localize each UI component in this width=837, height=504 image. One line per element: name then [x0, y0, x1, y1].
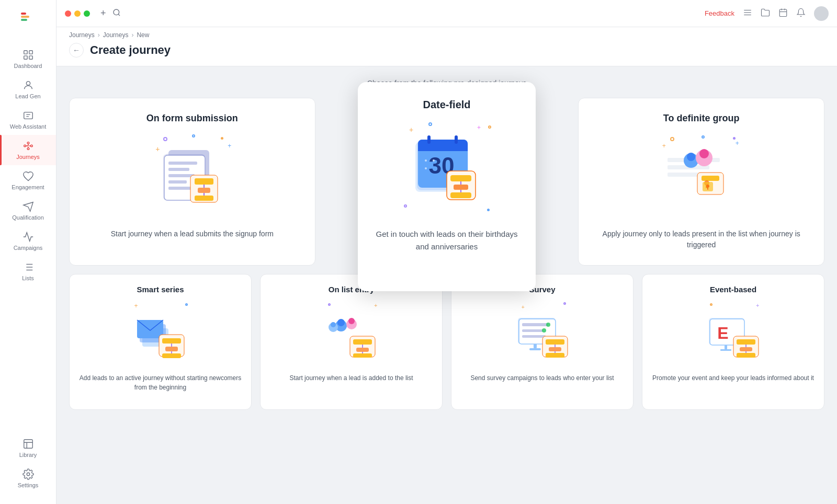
svg-rect-35: [168, 162, 197, 165]
card-to-definite-group[interactable]: To definite group + +: [578, 98, 824, 266]
svg-point-103: [546, 323, 550, 327]
svg-rect-111: [534, 344, 537, 348]
add-button[interactable]: +: [100, 8, 106, 19]
svg-rect-27: [779, 9, 787, 17]
window-min-btn[interactable]: [74, 10, 81, 17]
dot-2: [192, 134, 195, 138]
svg-rect-39: [168, 187, 192, 190]
breadcrumb-journeys-2[interactable]: Journeys: [103, 31, 129, 39]
bell-icon[interactable]: [796, 8, 806, 19]
card-icon-date: + +: [400, 121, 494, 215]
topbar-right: Feedback: [705, 6, 829, 21]
form-illustration: [158, 145, 226, 208]
sidebar-item-library[interactable]: Library: [0, 433, 56, 463]
sidebar-label-dashboard: Dashboard: [14, 63, 42, 69]
page-title-row: ← Create journey: [69, 43, 824, 58]
card-desc-date: Get in touch with leads on their birthda…: [372, 228, 521, 253]
svg-rect-6: [29, 56, 32, 59]
breadcrumb-sep-1: ›: [98, 31, 100, 39]
svg-point-21: [27, 473, 30, 476]
window-controls: [65, 10, 90, 17]
window-close-btn[interactable]: [65, 10, 71, 17]
window-max-btn[interactable]: [84, 10, 90, 17]
back-button[interactable]: ←: [69, 43, 84, 58]
sidebar-item-journeys[interactable]: Journeys: [0, 135, 56, 165]
svg-rect-108: [546, 353, 564, 358]
plus-1: +: [155, 145, 160, 153]
sidebar-item-lists[interactable]: Lists: [0, 256, 56, 287]
svg-marker-13: [23, 202, 32, 211]
main-area: + Feedback Journeys › Jo: [56, 0, 837, 504]
dot-d2: [488, 125, 491, 129]
sidebar-item-webassistant[interactable]: Web Assistant: [0, 105, 56, 135]
card-event-based[interactable]: Event-based + E: [642, 274, 824, 410]
plus-g1: +: [662, 142, 666, 150]
folder-icon[interactable]: [761, 8, 770, 19]
plus-d1: +: [409, 125, 413, 134]
calendar-icon[interactable]: [778, 8, 788, 19]
sidebar-label-lists: Lists: [22, 275, 34, 281]
card-title-event: Event-based: [710, 285, 756, 294]
svg-point-89: [348, 318, 355, 324]
svg-rect-43: [195, 196, 213, 201]
search-icon[interactable]: [112, 8, 121, 19]
logo: [19, 10, 38, 31]
svg-rect-100: [522, 323, 548, 326]
svg-point-91: [331, 322, 336, 327]
sidebar-item-dashboard[interactable]: Dashboard: [0, 44, 56, 74]
svg-rect-38: [168, 180, 187, 184]
card-title-smart: Smart series: [137, 285, 184, 294]
card-title-group: To definite group: [663, 113, 740, 124]
svg-rect-4: [29, 51, 32, 54]
date-illustration: 30: [408, 129, 486, 208]
sidebar-label-settings: Settings: [18, 482, 39, 488]
svg-point-87: [337, 319, 345, 326]
card-smart-series[interactable]: Smart series +: [69, 274, 252, 410]
svg-rect-5: [24, 56, 27, 59]
sidebar-item-leadgen[interactable]: Lead Gen: [0, 74, 56, 105]
plus-d2: +: [477, 124, 481, 131]
event-illustration: E: [705, 307, 762, 360]
svg-point-52: [699, 149, 709, 158]
card-on-form-submission[interactable]: On form submission + +: [69, 98, 315, 266]
card-on-list-entry[interactable]: On list entry +: [260, 274, 443, 410]
svg-point-75: [433, 159, 435, 162]
svg-rect-65: [427, 135, 431, 144]
avatar[interactable]: [814, 6, 829, 21]
svg-rect-119: [737, 339, 755, 345]
feedback-link[interactable]: Feedback: [705, 9, 734, 17]
svg-point-22: [114, 9, 119, 15]
svg-rect-116: [725, 345, 727, 349]
plus-2: +: [228, 142, 231, 150]
card-survey[interactable]: Survey +: [451, 274, 634, 410]
svg-rect-2: [21, 19, 27, 21]
svg-rect-71: [450, 192, 471, 198]
svg-point-104: [542, 328, 546, 333]
plus-g2: +: [736, 140, 739, 147]
content: Choose from the following pre-designed j…: [56, 66, 837, 504]
svg-rect-95: [353, 353, 372, 358]
svg-rect-54: [702, 176, 719, 181]
svg-text:E: E: [717, 324, 728, 342]
svg-rect-66: [455, 135, 458, 144]
svg-rect-94: [356, 348, 369, 352]
top-cards-wrapper: On form submission + +: [69, 98, 824, 266]
sidebar-item-settings[interactable]: Settings: [0, 463, 56, 494]
svg-point-11: [30, 145, 32, 147]
card-title-date: Date-field: [423, 99, 470, 111]
svg-point-50: [687, 153, 695, 161]
svg-rect-82: [165, 347, 178, 351]
card-icon-smart: +: [129, 302, 192, 365]
card-date-field-featured[interactable]: Date-field + +: [358, 82, 536, 291]
page-title: Create journey: [90, 43, 171, 57]
sidebar-item-qualification[interactable]: Qualification: [0, 196, 56, 226]
group-illustration: [665, 142, 738, 210]
sidebar-item-campaigns[interactable]: Campaigns: [0, 226, 56, 256]
breadcrumb-journeys-1[interactable]: Journeys: [69, 31, 95, 39]
svg-rect-83: [162, 353, 181, 358]
dot-g1: [670, 137, 674, 141]
sidebar-item-engagement[interactable]: Engagement: [0, 165, 56, 196]
sidebar-label-leadgen: Lead Gen: [15, 93, 40, 99]
list-icon[interactable]: [743, 8, 752, 19]
svg-point-7: [26, 82, 30, 85]
